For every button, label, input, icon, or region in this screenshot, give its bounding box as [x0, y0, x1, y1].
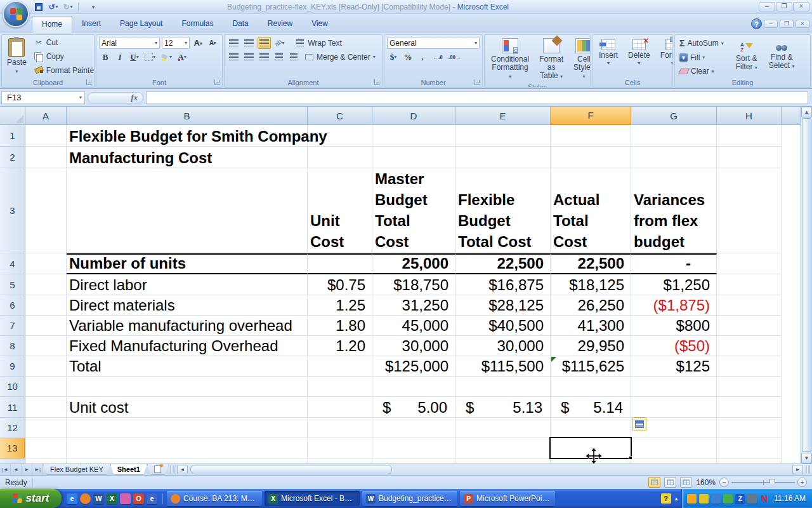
cell-E3[interactable]: Flexible Budget Total Cost — [455, 168, 551, 253]
accounting-format-button[interactable]: $▾ — [387, 51, 400, 63]
cell-B7[interactable]: Variable manufacturing overhead — [67, 316, 308, 336]
percent-style-button[interactable]: % — [402, 51, 414, 63]
cell-E4[interactable]: 22,500 — [455, 253, 551, 274]
cell-D5[interactable]: $18,750 — [372, 274, 455, 295]
bold-button[interactable]: B — [99, 51, 112, 63]
cell-H9[interactable] — [717, 356, 782, 377]
cell-C4[interactable] — [308, 253, 372, 274]
cell-B10[interactable] — [67, 377, 308, 397]
minimize-button[interactable]: – — [759, 2, 775, 11]
alignment-dialog-launcher[interactable] — [374, 79, 380, 85]
help-button[interactable]: ? — [751, 18, 762, 29]
cell-B5[interactable]: Direct labor — [67, 274, 308, 295]
comma-style-button[interactable]: , — [416, 51, 429, 63]
z-utility-icon[interactable]: Z — [735, 494, 745, 504]
formula-input[interactable] — [146, 91, 808, 104]
find-select-button[interactable]: Find & Select ▾ — [765, 43, 799, 72]
increase-indent-button[interactable] — [287, 51, 300, 63]
cell-G8[interactable]: ($50) — [631, 336, 717, 356]
shrink-font-button[interactable]: A▾ — [206, 37, 219, 49]
cell-E6[interactable]: $28,125 — [455, 295, 551, 316]
taskbar-button-firefox[interactable]: Course: BA 213: Man... — [167, 491, 262, 506]
cell-D2[interactable] — [372, 147, 455, 168]
cell-C5[interactable]: $0.75 — [308, 274, 372, 295]
cell-D3[interactable]: Master Budget Total Cost — [372, 168, 455, 253]
cell-E13[interactable] — [455, 438, 551, 458]
cell-B3[interactable] — [67, 168, 308, 253]
number-dialog-launcher[interactable] — [475, 79, 480, 85]
cell-B12[interactable] — [67, 418, 308, 438]
clear-button[interactable]: Clear▾ — [678, 66, 726, 76]
outlook-icon[interactable]: O — [133, 493, 144, 504]
cell-B13[interactable] — [67, 438, 308, 458]
page-layout-view-button[interactable] — [664, 477, 676, 488]
column-header-H[interactable]: H — [717, 107, 782, 125]
row-header-13[interactable]: 13 — [0, 438, 25, 458]
cell-G5[interactable]: $1,250 — [631, 274, 717, 295]
hide-icons-chevron[interactable]: ▴ — [675, 495, 678, 502]
column-header-E[interactable]: E — [455, 107, 551, 125]
taskbar-button-powerpoint[interactable]: PMicrosoft PowerPoint ... — [460, 491, 555, 506]
insert-worksheet-tab[interactable] — [147, 464, 169, 475]
fill-button[interactable]: ▼Fill▾ — [678, 53, 726, 63]
format-as-table-button[interactable]: Format as Table ▾ — [535, 37, 567, 82]
row-header-12[interactable]: 12 — [0, 418, 25, 438]
cell-A3[interactable] — [25, 168, 67, 253]
row-header-10[interactable]: 10 — [0, 377, 25, 397]
align-bottom-button[interactable] — [258, 37, 271, 49]
ribbon-tab-view[interactable]: View — [302, 16, 337, 33]
page-break-view-button[interactable] — [680, 477, 692, 488]
vertical-scroll-thumb[interactable] — [802, 118, 811, 452]
close-button[interactable]: × — [793, 2, 809, 11]
align-top-button[interactable] — [227, 37, 240, 49]
cell-G1[interactable] — [631, 125, 717, 147]
cell-G11[interactable] — [631, 397, 717, 418]
cell-G9[interactable]: $125 — [631, 356, 717, 377]
cell-H5[interactable] — [717, 274, 782, 295]
wrap-text-button[interactable]: Wrap Text — [293, 38, 344, 48]
cell-A1[interactable] — [25, 125, 67, 147]
cell-B2[interactable]: Manufacturing Cost — [67, 147, 308, 168]
cut-button[interactable]: ✂Cut — [32, 37, 95, 48]
cell-F9[interactable]: $115,625 — [551, 356, 631, 377]
copy-button[interactable]: Copy — [32, 51, 95, 62]
decrease-indent-button[interactable] — [273, 51, 285, 63]
firefox-icon[interactable] — [80, 493, 91, 504]
sheet-tab-sheet1[interactable]: Sheet1 — [110, 464, 147, 475]
cell-B8[interactable]: Fixed Manufacturing Overhead — [67, 336, 308, 356]
scroll-down-button[interactable]: ▼ — [801, 453, 812, 464]
sheet-tab-flex-budget-key[interactable]: Flex Budget KEY — [43, 464, 110, 475]
cell-F11[interactable]: $5.14 — [551, 397, 631, 418]
horizontal-scroll-thumb[interactable] — [190, 465, 392, 474]
cell-H13[interactable] — [717, 438, 782, 458]
cell-F1[interactable] — [551, 125, 631, 147]
first-sheet-button[interactable]: |◄ — [0, 464, 11, 475]
cell-A13[interactable] — [25, 438, 67, 458]
cell-B11[interactable]: Unit cost — [67, 397, 308, 418]
row-header-4[interactable]: 4 — [0, 253, 25, 274]
autosum-button[interactable]: ΣAutoSum▾ — [678, 37, 726, 49]
help-indicator-icon[interactable]: ? — [661, 493, 671, 504]
row-header-1[interactable]: 1 — [0, 125, 25, 147]
cell-B1[interactable]: Flexible Budget for Smith Company — [67, 125, 308, 147]
cell-D9[interactable]: $125,000 — [372, 356, 455, 377]
cell-C3[interactable]: Unit Cost — [308, 168, 372, 253]
updates-icon[interactable] — [723, 494, 733, 504]
zoom-out-button[interactable]: − — [719, 478, 729, 487]
workbook-close-button[interactable]: × — [796, 20, 809, 28]
scrollbar-split-handle[interactable] — [806, 465, 810, 474]
cell-A8[interactable] — [25, 336, 67, 356]
column-header-B[interactable]: B — [67, 107, 308, 125]
cell-H12[interactable] — [717, 418, 782, 438]
cell-E9[interactable]: $115,500 — [455, 356, 551, 377]
cell-C2[interactable] — [308, 147, 372, 168]
cell-A9[interactable] — [25, 356, 67, 377]
horizontal-scrollbar[interactable]: ◄ ► — [176, 464, 812, 475]
row-header-3[interactable]: 3 — [0, 168, 25, 253]
scroll-up-button[interactable]: ▲ — [801, 107, 812, 117]
font-size-combo[interactable]: 12▾ — [162, 37, 190, 49]
cell-F10[interactable] — [551, 377, 631, 397]
cell-A7[interactable] — [25, 316, 67, 336]
name-box[interactable]: F13▾ — [1, 91, 85, 104]
cell-A4[interactable] — [25, 253, 67, 274]
